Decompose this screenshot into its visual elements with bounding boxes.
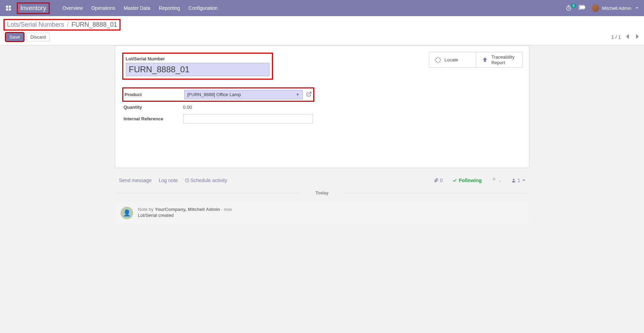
- quantity-label: Quantity: [124, 105, 183, 110]
- note-entry: 👤 Note by YourCompany, Mitchell Admin - …: [116, 202, 529, 224]
- user-menu[interactable]: Mitchell Admin: [591, 4, 638, 12]
- chevron-down-icon: [522, 180, 525, 181]
- chevron-down-icon: ▼: [296, 93, 300, 96]
- svg-rect-0: [6, 6, 8, 8]
- pager-prev[interactable]: [624, 33, 631, 41]
- avatar: [591, 4, 599, 12]
- pager-counter: 1 / 1: [611, 34, 621, 40]
- timer-badge: 9: [571, 4, 576, 8]
- messages-icon[interactable]: [578, 4, 585, 12]
- note-avatar: 👤: [121, 207, 133, 219]
- field-quantity: Quantity 0.00: [124, 105, 313, 110]
- breadcrumb-parent[interactable]: Lots/Serial Numbers: [7, 21, 64, 28]
- chevron-down-icon: [499, 181, 501, 182]
- ref-label: Internal Reference: [124, 116, 183, 121]
- statbtn-trace-l2: Report: [492, 60, 515, 66]
- apps-icon[interactable]: [6, 5, 11, 11]
- svg-rect-3: [9, 8, 11, 11]
- svg-point-6: [513, 179, 514, 180]
- title-label: Lot/Serial Number: [126, 56, 269, 61]
- breadcrumb-current: FURN_8888_01: [71, 21, 117, 28]
- following-toggle[interactable]: Following: [452, 178, 481, 183]
- field-internal-ref: Internal Reference: [124, 114, 313, 124]
- title-input[interactable]: [126, 63, 269, 76]
- chatter-send[interactable]: Send message: [119, 178, 152, 183]
- product-label: Product: [125, 92, 184, 97]
- svg-rect-1: [9, 6, 11, 8]
- save-button[interactable]: Save: [6, 33, 24, 41]
- app-brand[interactable]: Inventory: [18, 4, 48, 13]
- nav-reporting[interactable]: Reporting: [159, 5, 180, 11]
- product-select[interactable]: [FURN_8888] Office Lamp ▼: [184, 90, 303, 99]
- statbtn-trace-l1: Traceability: [492, 54, 515, 60]
- quantity-value: 0.00: [183, 105, 192, 110]
- note-body: Lot/Serial created: [138, 213, 232, 218]
- followers-count[interactable]: 1: [511, 178, 525, 183]
- statbtn-locate[interactable]: Locate: [429, 52, 476, 67]
- bell-icon[interactable]: [492, 177, 501, 183]
- nav-operations[interactable]: Operations: [91, 5, 115, 11]
- product-value: [FURN_8888] Office Lamp: [187, 92, 241, 97]
- discard-button[interactable]: Discard: [27, 33, 50, 41]
- external-link-icon[interactable]: [306, 91, 312, 98]
- chevron-down-icon: [636, 7, 638, 9]
- statbtn-locate-label: Locate: [445, 57, 458, 63]
- field-product: Product [FURN_8888] Office Lamp ▼: [124, 89, 313, 100]
- nav-master-data[interactable]: Master Data: [124, 5, 150, 11]
- svg-rect-2: [6, 8, 8, 11]
- breadcrumb-sep: /: [67, 21, 69, 28]
- ref-input[interactable]: [183, 114, 313, 124]
- attachments-count[interactable]: 0: [434, 178, 443, 183]
- nav-configuration[interactable]: Configuration: [189, 5, 218, 11]
- statbtn-traceability[interactable]: Traceability Report: [476, 52, 522, 67]
- chatter-schedule[interactable]: Schedule activity: [185, 178, 227, 183]
- chatter-date: Today: [116, 190, 529, 195]
- user-name: Mitchell Admin: [602, 6, 631, 11]
- pager-next[interactable]: [634, 33, 640, 41]
- timer-icon[interactable]: 9: [566, 5, 572, 11]
- chatter-log[interactable]: Log note: [159, 178, 178, 183]
- nav-overview[interactable]: Overview: [62, 5, 83, 11]
